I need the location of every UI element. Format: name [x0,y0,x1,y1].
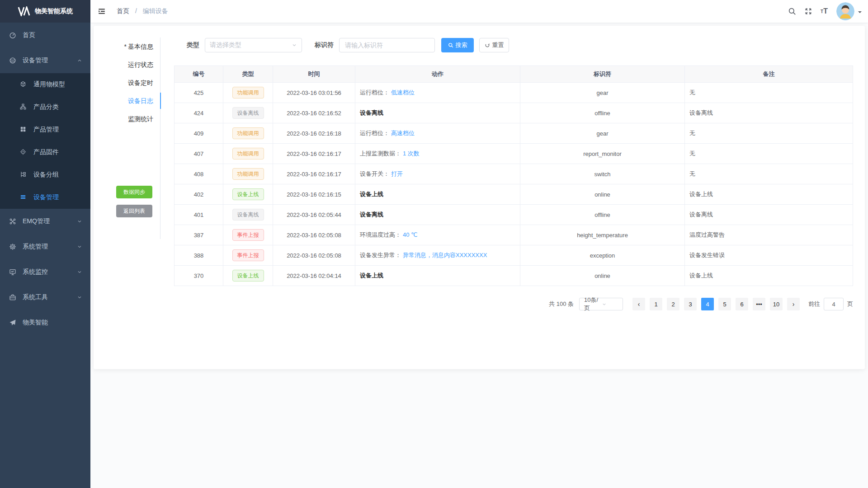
type-tag: 设备离线 [232,107,264,119]
action-prefix: 上报监测数据： [360,150,401,157]
identifier-label: 标识符 [315,41,334,49]
cell-action: 设备上线 [355,266,520,286]
top-navbar: 首页 / 编辑设备 TT [90,0,868,23]
navbar-tools: TT [784,0,868,23]
search-icon[interactable] [784,0,800,23]
page-button[interactable]: 4 [701,298,714,310]
tab-device-timer[interactable]: 设备定时 [94,74,160,92]
action-prefix: 设备发生异常： [360,252,401,258]
cell-action: 设备开关：打开 [355,164,520,184]
sidebar-item-system-monitor[interactable]: 系统监控 [0,259,90,285]
sidebar-item-system-mgmt[interactable]: 系统管理 [0,234,90,259]
page-button[interactable]: 5 [718,298,731,310]
cell-time: 2022-03-16 02:16:52 [273,103,355,123]
cell-type: 功能调用 [223,144,273,164]
reset-button[interactable]: 重置 [479,38,509,52]
cell-type: 设备上线 [223,184,273,205]
search-button[interactable]: 搜索 [441,38,474,52]
sidebar-fold-icon[interactable] [90,0,113,23]
action-value-link: 高速档位 [391,130,415,136]
chevron-down-icon [602,302,619,307]
prev-page-button[interactable]: ‹ [632,298,645,310]
page-button[interactable]: 10 [770,298,783,310]
type-select[interactable]: 请选择类型 [205,38,302,52]
action-prefix: 环境温度过高： [360,231,401,238]
sidebar-item-home[interactable]: 首页 [0,23,90,48]
cell-id: 401 [175,205,223,225]
monitor-icon [9,268,16,276]
page-button[interactable]: 1 [650,298,662,310]
page-button[interactable]: 2 [667,298,679,310]
tab-run-status[interactable]: 运行状态 [94,56,160,74]
cell-time: 2022-03-16 02:16:17 [273,164,355,184]
sidebar-item-label: 物美智能 [23,319,48,327]
avatar[interactable] [836,2,854,20]
cell-id: 424 [175,103,223,123]
cell-action: 上报监测数据：1 次数 [355,144,520,164]
device-tabs: *基本信息 运行状态 设备定时 设备日志 监测统计 [94,38,160,128]
dashboard-icon [9,32,16,39]
toolbox-icon [9,294,16,301]
action-value-link: 低速档位 [391,89,415,96]
breadcrumb-home[interactable]: 首页 [117,7,129,14]
action-prefix: 运行档位： [360,89,389,96]
cell-identifier: gear [520,83,685,103]
cell-remark: 设备离线 [685,103,853,123]
goto-label: 前往 [808,300,820,308]
col-time: 时间 [273,66,355,83]
identifier-input[interactable] [339,38,435,52]
cell-action: 设备发生异常：异常消息，消息内容XXXXXXXX [355,245,520,266]
sidebar-item-device-mgmt[interactable]: 设备管理 [0,48,90,73]
cell-id: 408 [175,164,223,184]
sidebar-item-device-manage[interactable]: 设备管理 [0,186,90,209]
sidebar-item-product-mgmt[interactable]: 产品管理 [0,118,90,141]
tab-monitor-stats[interactable]: 监测统计 [94,110,160,128]
page-button[interactable]: 6 [736,298,748,310]
cell-id: 409 [175,123,223,144]
cell-type: 设备离线 [223,205,273,225]
font-size-icon[interactable]: TT [816,0,832,23]
cell-id: 407 [175,144,223,164]
data-sync-button[interactable]: 数据同步 [116,186,152,198]
tab-device-log[interactable]: 设备日志 [94,92,160,110]
log-content: 类型 请选择类型 标识符 搜索 重置 [160,26,865,369]
col-action: 动作 [355,66,520,83]
type-label: 类型 [187,41,199,49]
breadcrumb: 首页 / 编辑设备 [117,7,168,15]
action-text: 设备上线 [360,272,383,279]
sidebar-item-emq[interactable]: EMQ管理 [0,209,90,234]
table-header-row: 编号 类型 时间 动作 标识符 备注 [175,66,853,83]
sidebar-item-label: 系统管理 [23,243,48,251]
more-pages-button[interactable]: ••• [753,298,765,310]
page-size-select[interactable]: 10条/页 [579,298,623,310]
cell-id: 387 [175,225,223,245]
cell-type: 设备离线 [223,103,273,123]
emq-icon [9,218,16,225]
sidebar-item-product-category[interactable]: 产品分类 [0,96,90,118]
app-title: 物美智能系统 [35,7,73,15]
sidebar-item-thing-model[interactable]: 通用物模型 [0,73,90,96]
cell-id: 402 [175,184,223,205]
goto-page-input[interactable] [824,298,844,310]
sidebar-item-device-group[interactable]: 设备分组 [0,164,90,186]
tab-basic-info[interactable]: *基本信息 [94,38,160,56]
app-logo[interactable]: 物美智能系统 [0,0,90,23]
page-button[interactable]: 3 [684,298,697,310]
sidebar-item-system-tools[interactable]: 系统工具 [0,285,90,310]
type-tag: 功能调用 [232,127,264,139]
action-text: 设备上线 [360,191,383,197]
cube-icon [20,81,27,88]
action-prefix: 运行档位： [360,130,389,136]
cell-identifier: online [520,184,685,205]
chevron-down-icon [292,42,297,48]
user-menu[interactable] [836,2,862,20]
fullscreen-icon[interactable] [800,0,816,23]
sidebar-item-product-firmware[interactable]: 产品固件 [0,141,90,164]
table-row: 409功能调用2022-03-16 02:16:18运行档位：高速档位gear无 [175,123,853,144]
next-page-button[interactable]: › [787,298,800,310]
sidebar-item-wumei-smart[interactable]: 物美智能 [0,310,90,335]
back-to-list-button[interactable]: 返回列表 [116,205,152,217]
cell-time: 2022-03-16 02:16:15 [273,184,355,205]
table-row: 425功能调用2022-03-16 03:01:56运行档位：低速档位gear无 [175,83,853,103]
cell-identifier: switch [520,164,685,184]
